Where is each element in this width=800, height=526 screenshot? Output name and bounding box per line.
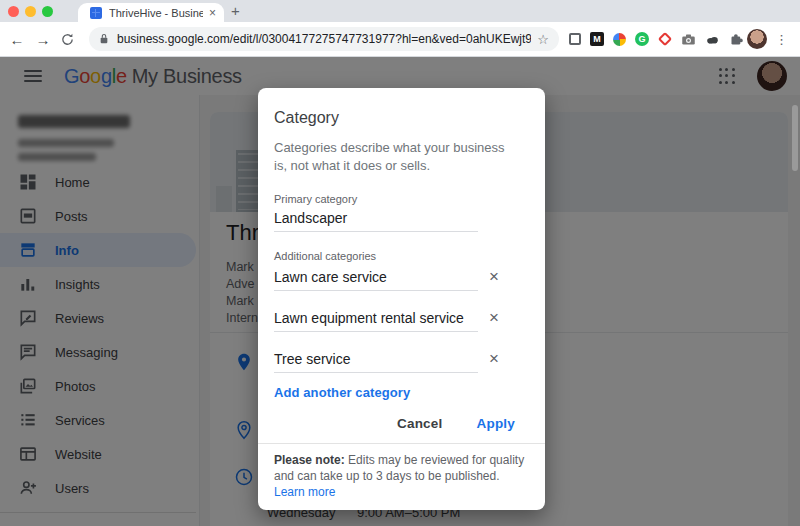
additional-category-row: Lawn equipment rental service × — [274, 305, 529, 332]
note-emphasis: Please note: — [274, 453, 345, 467]
new-tab-button[interactable]: + — [231, 2, 240, 19]
refresh-icon[interactable] — [60, 32, 75, 47]
cancel-button[interactable]: Cancel — [387, 410, 452, 437]
page-scrollbar[interactable] — [792, 105, 798, 171]
browser-profile-avatar[interactable] — [747, 29, 767, 49]
puzzle-extensions-icon[interactable] — [729, 32, 744, 47]
tab-title: ThriveHive - Business Info — [109, 7, 203, 19]
browser-toolbar: ← → business.google.com/edit/l/030041772… — [0, 22, 800, 57]
medium-extension-icon[interactable]: M — [590, 32, 604, 46]
colorful-extension-icon[interactable] — [613, 33, 626, 46]
additional-categories-label: Additional categories — [274, 250, 529, 262]
tab-close-icon[interactable]: × — [209, 6, 216, 20]
screenshot-extension-icon[interactable] — [569, 33, 581, 45]
back-icon[interactable]: ← — [4, 31, 30, 48]
minimize-window-button[interactable] — [25, 6, 36, 17]
bookmark-star-icon[interactable]: ☆ — [537, 32, 549, 47]
category-dialog: Category Categories describe what your b… — [258, 88, 545, 510]
additional-category-input[interactable]: Lawn equipment rental service — [274, 305, 478, 332]
additional-category-input[interactable]: Tree service — [274, 346, 478, 373]
additional-category-row: Lawn care service × — [274, 264, 529, 291]
forward-icon[interactable]: → — [30, 31, 56, 48]
primary-category-input[interactable]: Landscaper — [274, 205, 478, 232]
apply-button[interactable]: Apply — [466, 410, 525, 437]
camera-extension-icon[interactable] — [681, 32, 696, 47]
browser-tab[interactable]: ThriveHive - Business Info × — [78, 3, 224, 22]
additional-category-input[interactable]: Lawn care service — [274, 264, 478, 291]
tab-strip: ThriveHive - Business Info × + — [0, 0, 800, 22]
dialog-title: Category — [274, 108, 529, 127]
page-viewport: GoogleMy Business Home Posts — [0, 57, 800, 526]
remove-category-icon[interactable]: × — [489, 346, 499, 369]
browser-menu-icon[interactable]: ⋮ — [775, 32, 788, 47]
browser-window: ThriveHive - Business Info × + ← → busin… — [0, 0, 800, 526]
cloud-extension-icon[interactable] — [705, 32, 720, 47]
remove-category-icon[interactable]: × — [489, 305, 499, 328]
grammarly-extension-icon[interactable]: G — [635, 32, 649, 46]
zoom-window-button[interactable] — [42, 6, 53, 17]
tab-favicon-icon — [90, 7, 102, 19]
diamond-extension-icon[interactable] — [658, 32, 672, 46]
learn-more-link[interactable]: Learn more — [274, 485, 335, 499]
remove-category-icon[interactable]: × — [489, 264, 499, 287]
add-another-category-link[interactable]: Add another category — [274, 385, 529, 400]
dialog-footnote: Please note: Edits may be reviewed for q… — [258, 443, 545, 510]
dialog-description: Categories describe what your business i… — [274, 139, 508, 175]
close-window-button[interactable] — [8, 6, 19, 17]
address-bar[interactable]: business.google.com/edit/l/0300417727574… — [89, 27, 559, 51]
additional-category-row: Tree service × — [274, 346, 529, 373]
extensions-row: M G — [569, 32, 744, 47]
lock-icon — [99, 33, 109, 45]
primary-category-label: Primary category — [274, 193, 529, 205]
url-text: business.google.com/edit/l/0300417727574… — [117, 32, 531, 46]
